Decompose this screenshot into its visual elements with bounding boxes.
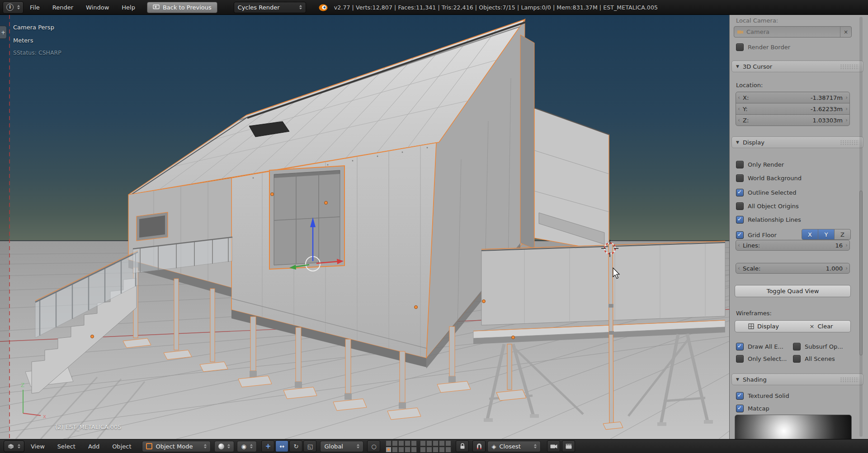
manipulator-rotate-toggle[interactable]: ↻: [289, 440, 302, 452]
grid-axis-x-toggle[interactable]: X: [802, 229, 818, 240]
field-value: -1.38717m: [811, 94, 843, 101]
layer-cell[interactable]: [433, 447, 439, 453]
menu-file[interactable]: File: [24, 0, 46, 15]
cursor-y-field[interactable]: Y: -1.62233m: [736, 103, 850, 115]
layer-cell[interactable]: [398, 447, 404, 453]
expand-icon: ▼: [736, 377, 739, 382]
checkbox-label: Relationship Lines: [748, 216, 801, 223]
layer-cell[interactable]: [445, 447, 451, 453]
checkbox-label: Only Select...: [748, 355, 787, 362]
manipulator-translate-toggle[interactable]: ↔: [275, 440, 288, 452]
layer-cell[interactable]: [426, 447, 432, 453]
panel-header-display[interactable]: ▼ Display: [731, 136, 863, 148]
checkbox[interactable]: [736, 216, 744, 224]
render-border-checkbox[interactable]: [736, 43, 744, 51]
matcap-preview[interactable]: [735, 415, 852, 440]
layer-cell[interactable]: [405, 447, 410, 453]
transform-orientation-select[interactable]: Global: [320, 441, 363, 452]
panel-header-3d-cursor[interactable]: ▼ 3D Cursor: [731, 61, 863, 72]
layer-cell[interactable]: [411, 447, 417, 453]
opengl-render-button[interactable]: [547, 440, 560, 452]
pivot-point-select[interactable]: ◉: [237, 441, 257, 452]
menu-object[interactable]: Object: [106, 439, 137, 453]
checkbox[interactable]: [793, 355, 801, 363]
checkbox[interactable]: [736, 405, 744, 412]
menu-help[interactable]: Help: [115, 0, 142, 15]
camera-border: [0, 15, 9, 439]
render-engine-select[interactable]: Cycles Render: [234, 2, 306, 13]
snap-toggle[interactable]: [472, 440, 486, 452]
panel-header-shading[interactable]: ▼ Shading: [731, 374, 863, 385]
proportional-editing-dropdown[interactable]: ○: [367, 440, 380, 452]
grid-axis-z-toggle[interactable]: Z: [834, 229, 851, 240]
back-wall-panel[interactable]: [520, 35, 534, 249]
checkbox-label: Outline Selected: [748, 189, 797, 196]
menu-select[interactable]: Select: [51, 439, 82, 453]
layer-cell[interactable]: [439, 440, 445, 446]
menu-add[interactable]: Add: [82, 439, 106, 453]
grid-lines-field[interactable]: Lines: 16: [736, 240, 850, 251]
viewport-shading-select[interactable]: [214, 441, 234, 452]
snap-element-select[interactable]: ◈ Closest: [487, 441, 541, 452]
layer-cell[interactable]: [426, 440, 432, 446]
front-window[interactable]: [269, 166, 344, 269]
scrollbar-thumb[interactable]: [859, 191, 863, 355]
layer-cell[interactable]: [445, 440, 451, 446]
wireframe-display-button[interactable]: Display: [735, 320, 793, 332]
checkbox[interactable]: [736, 189, 744, 196]
layer-cell[interactable]: [420, 447, 426, 453]
viewport-3d-scene[interactable]: Z x: [0, 15, 729, 439]
layer-cell[interactable]: [433, 440, 439, 446]
mode-select[interactable]: Object Mode: [142, 441, 211, 452]
info-header: i File Render Window Help Back to Previo…: [0, 0, 868, 15]
checkbox[interactable]: [736, 343, 744, 350]
field-value: -1.62233m: [811, 106, 843, 112]
checkbox[interactable]: [736, 202, 744, 210]
manipulator-scale-toggle[interactable]: ◱: [303, 440, 316, 452]
walkway-rail-wall[interactable]: [481, 241, 725, 325]
grid-axis-y-toggle[interactable]: Y: [818, 229, 835, 240]
layer-cell[interactable]: [398, 440, 404, 446]
checkbox[interactable]: [736, 392, 744, 400]
checkbox[interactable]: [736, 161, 744, 168]
panel-grip-icon[interactable]: [840, 140, 859, 145]
wireframe-clear-button[interactable]: × Clear: [792, 320, 851, 332]
layer-cell[interactable]: [386, 440, 392, 446]
panel-grip-icon[interactable]: [840, 377, 859, 382]
grid-scale-field[interactable]: Scale: 1.000: [736, 263, 850, 274]
layers-group-1: [386, 440, 417, 453]
manipulator-axis-toggle[interactable]: +: [261, 440, 274, 452]
layer-cell-active[interactable]: [386, 447, 392, 453]
editor-type-button-3dview[interactable]: [4, 440, 24, 452]
menu-render[interactable]: Render: [46, 0, 80, 15]
menu-view[interactable]: View: [24, 439, 51, 453]
clear-camera-button[interactable]: ×: [840, 27, 851, 37]
menu-window[interactable]: Window: [80, 0, 115, 15]
checkbox[interactable]: [736, 174, 744, 182]
layer-cell[interactable]: [405, 440, 410, 446]
layer-cell[interactable]: [411, 440, 417, 446]
chevron-updown-icon: [250, 444, 253, 449]
chevron-updown-icon: [227, 444, 230, 449]
editor-type-button-info[interactable]: i: [3, 1, 24, 14]
layer-cell[interactable]: [392, 440, 398, 446]
checkbox-label: All Scenes: [805, 355, 835, 362]
checkbox[interactable]: [793, 343, 801, 350]
field-value: 1.000: [826, 265, 843, 272]
lock-to-scene-toggle[interactable]: [456, 440, 469, 452]
local-camera-field[interactable]: Camera ×: [734, 26, 852, 37]
render-camera-icon: [550, 444, 557, 449]
layer-cell[interactable]: [420, 440, 426, 446]
layer-cell[interactable]: [392, 447, 398, 453]
panel-grip-icon[interactable]: [840, 64, 859, 69]
cursor-x-field[interactable]: X: -1.38717m: [736, 92, 850, 103]
back-to-previous-button[interactable]: Back to Previous: [147, 2, 217, 13]
layer-cell[interactable]: [439, 447, 445, 453]
checkbox[interactable]: [736, 231, 744, 239]
toolshelf-toggle-tab[interactable]: +: [0, 26, 7, 39]
checkbox[interactable]: [736, 355, 744, 363]
opengl-render-anim-button[interactable]: [562, 440, 575, 452]
viewport-3d[interactable]: Z x + Camera Persp Meters SStatus: CSHAR…: [0, 15, 729, 439]
toggle-quad-view-button[interactable]: Toggle Quad View: [735, 285, 851, 297]
cursor-z-field[interactable]: Z: 1.03303m: [736, 114, 850, 126]
